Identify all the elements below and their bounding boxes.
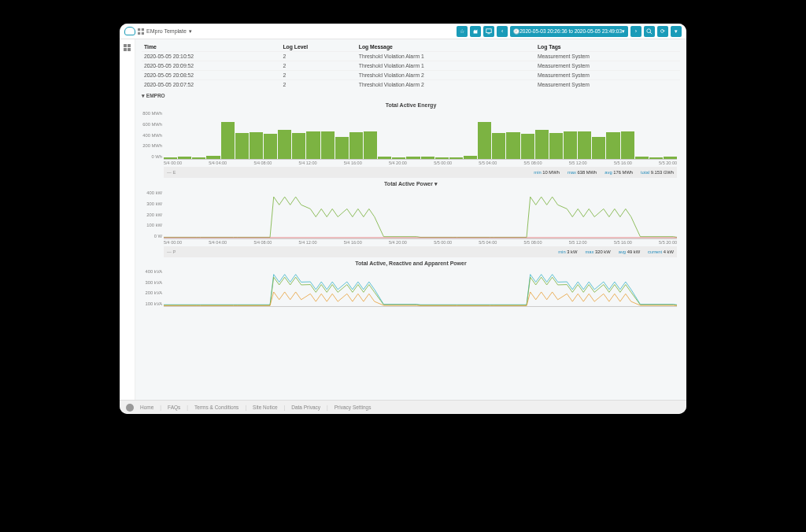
svg-rect-5 xyxy=(488,33,490,34)
chart1-legend[interactable]: — E min 10 MWh max 638 MWh avg 176 MWh t… xyxy=(164,167,677,178)
chart2[interactable]: 400 kW300 kW200 kW100 kW0 W xyxy=(164,190,677,239)
chart1-bars xyxy=(164,111,677,159)
svg-rect-1 xyxy=(142,28,144,31)
star-button[interactable]: ☆ xyxy=(457,26,468,37)
time-range-picker[interactable]: 🕘 2020-05-03 20:26:36 to 2020-05-05 23:4… xyxy=(510,26,628,37)
chart2-xaxis: 5/4 00:005/4 04:005/4 08:005/4 12:005/4 … xyxy=(164,240,677,245)
topbar: EMpro Template ▾ ☆ ‹ 🕘 2020-05-03 20:26:… xyxy=(120,24,686,39)
monitor-button[interactable] xyxy=(483,26,494,37)
chart3-lines xyxy=(164,269,677,306)
template-selector[interactable]: EMpro Template ▾ xyxy=(138,28,192,35)
user-icon[interactable] xyxy=(126,404,134,412)
cloud-icon[interactable] xyxy=(124,27,135,35)
svg-rect-2 xyxy=(138,31,140,34)
dashboards-icon[interactable] xyxy=(124,44,131,51)
footer-terms[interactable]: Terms & Conditions xyxy=(194,405,238,410)
col-level[interactable]: Log Level xyxy=(280,42,356,52)
footer-site[interactable]: Site Notice xyxy=(253,405,277,410)
zoom-out-button[interactable] xyxy=(644,26,655,37)
section-header[interactable]: ▾ EMPRO xyxy=(142,93,680,99)
chart2-yaxis: 400 kW300 kW200 kW100 kW0 W xyxy=(142,190,162,238)
chart3[interactable]: 400 kVA300 kVA200 kVA100 kVA xyxy=(164,269,677,307)
footer-settings[interactable]: Privacy Settings xyxy=(335,405,372,410)
col-time[interactable]: Time xyxy=(142,42,280,52)
footer-faqs[interactable]: FAQs xyxy=(168,405,180,410)
svg-rect-3 xyxy=(142,31,144,34)
chart2-title: Total Active Power ▾ xyxy=(142,181,680,187)
svg-line-7 xyxy=(650,31,652,33)
table-row[interactable]: 2020-05-05 20:08:522Threshold Violation … xyxy=(142,71,680,80)
col-tags[interactable]: Log Tags xyxy=(535,42,680,52)
dashboard-content: Time Log Level Log Message Log Tags 2020… xyxy=(135,39,686,400)
chart2-line xyxy=(164,190,677,238)
chart1-yaxis: 800 MWh600 MWh400 MWh200 MWh0 Wh xyxy=(142,111,162,159)
footer: Home| FAQs| Terms & Conditions| Site Not… xyxy=(120,400,686,414)
chart3-yaxis: 400 kVA300 kVA200 kVA100 kVA xyxy=(142,269,162,306)
app-screen: EMpro Template ▾ ☆ ‹ 🕘 2020-05-03 20:26:… xyxy=(120,24,686,414)
refresh-button[interactable]: ⟳ xyxy=(657,26,668,37)
chart1-xaxis: 5/4 00:005/4 04:005/4 08:005/4 12:005/4 … xyxy=(164,161,677,165)
sidebar xyxy=(120,39,135,400)
table-row[interactable]: 2020-05-05 20:10:522Threshold Violation … xyxy=(142,52,680,61)
svg-rect-0 xyxy=(138,28,140,31)
footer-privacy[interactable]: Data Privacy xyxy=(291,405,320,410)
chevron-down-icon: ▾ xyxy=(189,28,192,35)
grid-small-icon xyxy=(138,28,144,35)
tablet-frame: EMpro Template ▾ ☆ ‹ 🕘 2020-05-03 20:26:… xyxy=(110,14,696,423)
col-msg[interactable]: Log Message xyxy=(357,42,535,52)
refresh-menu-button[interactable]: ▾ xyxy=(671,26,682,37)
chart1[interactable]: 800 MWh600 MWh400 MWh200 MWh0 Wh xyxy=(164,111,677,160)
chart2-legend[interactable]: — P min 3 kW max 320 kW avg 49 kW curren… xyxy=(164,246,677,257)
chart1-title: Total Active Energy xyxy=(142,102,680,108)
main-area: Time Log Level Log Message Log Tags 2020… xyxy=(120,39,686,400)
footer-home[interactable]: Home xyxy=(140,405,153,410)
template-label: EMpro Template xyxy=(146,28,187,34)
chart3-title: Total Active, Reactive and Apparent Powe… xyxy=(142,260,680,266)
svg-rect-4 xyxy=(486,28,491,32)
share-button[interactable] xyxy=(470,26,481,37)
log-table: Time Log Level Log Message Log Tags 2020… xyxy=(142,42,680,89)
time-prev-button[interactable]: ‹ xyxy=(497,26,508,37)
table-row[interactable]: 2020-05-05 20:07:522Threshold Violation … xyxy=(142,80,680,90)
table-row[interactable]: 2020-05-05 20:09:522Threshold Violation … xyxy=(142,61,680,71)
time-next-button[interactable]: › xyxy=(630,26,641,37)
